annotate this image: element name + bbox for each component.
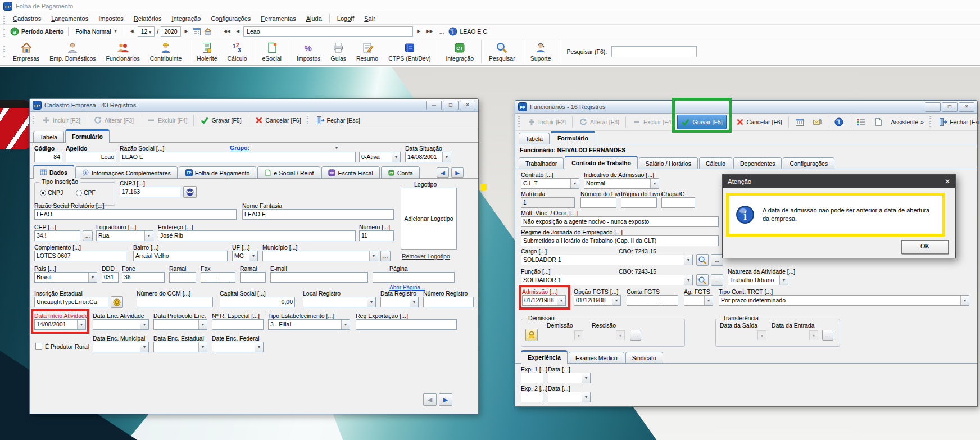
- toolbar-contribuinte-button[interactable]: Contribuinte: [145, 39, 187, 65]
- admissao-combo[interactable]: 01/12/1988: [522, 295, 566, 306]
- uf-combo[interactable]: MG: [232, 251, 258, 261]
- municipio-lookup-button[interactable]: ...: [380, 251, 391, 261]
- menu-item-relatorios[interactable]: Relatórios: [129, 13, 167, 24]
- data-reg-combo[interactable]: [380, 297, 419, 307]
- conta-fgts-field[interactable]: _________-_: [627, 295, 678, 306]
- toolbar-emp-domesticos-button[interactable]: Emp. Domésticos: [44, 39, 101, 65]
- email-field[interactable]: [270, 272, 368, 283]
- record-first-button[interactable]: ◀◀: [222, 28, 232, 35]
- experiencia-tab-experiencia[interactable]: Experiência: [521, 350, 568, 364]
- ramal1-field[interactable]: [169, 272, 196, 283]
- cnpj-lookup-button[interactable]: [183, 186, 197, 198]
- record-more-button[interactable]: ...: [437, 28, 447, 35]
- month-prev-button[interactable]: ◀: [129, 28, 135, 35]
- year-field[interactable]: 2020: [161, 26, 180, 37]
- fone-field[interactable]: 36: [122, 272, 165, 283]
- empresa-inner-tab-informacoes-complementares[interactable]: iInformações Complementares: [75, 166, 178, 179]
- toolbar-button-cancelar-f6-empresa[interactable]: Cancelar [F6]: [251, 113, 305, 128]
- main-toolbar-grip[interactable]: [3, 46, 5, 57]
- local-reg-combo[interactable]: [303, 297, 376, 307]
- data-protocolo-combo[interactable]: [153, 319, 207, 330]
- data-enc-atividade-combo[interactable]: [93, 319, 149, 330]
- ddd-field[interactable]: 031: [102, 272, 119, 283]
- empresa-grip[interactable]: [307, 115, 308, 126]
- fax-field[interactable]: ____-____: [201, 272, 235, 283]
- tipo-cont-trct-combo[interactable]: Por prazo indeterminado: [719, 295, 969, 306]
- menu-item-cadastros[interactable]: Cadastros: [8, 13, 46, 24]
- bairro-field[interactable]: Arraial Velho: [133, 251, 228, 261]
- toolbar-funcionarios-button[interactable]: Funcionários: [101, 39, 145, 65]
- grupo-arrow-icon[interactable]: ▾: [335, 146, 338, 151]
- exp1-field[interactable]: [521, 373, 543, 383]
- menubar-grip[interactable]: [3, 13, 5, 24]
- indicativo-admissao-combo[interactable]: Normal: [584, 178, 659, 189]
- toolbar-holerite-button[interactable]: Holerite: [192, 39, 222, 65]
- empresa-inner-tab-conta[interactable]: CTConta: [381, 166, 420, 179]
- municipio-combo[interactable]: [262, 251, 378, 261]
- menu-item-configuracoes[interactable]: Configurações: [206, 13, 256, 24]
- toolbar-guias-button[interactable]: Guias: [326, 39, 351, 65]
- logotipo-box[interactable]: Adicionar Logotipo: [401, 188, 457, 250]
- funcionarios-inner-tab-configuracoes[interactable]: Configurações: [783, 157, 834, 169]
- radio-cpf[interactable]: CPF: [76, 189, 96, 196]
- cargo-search-button[interactable]: [696, 254, 709, 266]
- menu-item-logoff[interactable]: Logoff: [332, 13, 359, 24]
- record-nav-field[interactable]: Leao: [243, 26, 413, 37]
- empresa-inner-tab-dados[interactable]: Dados: [33, 165, 74, 179]
- close-button[interactable]: ✕: [959, 102, 974, 112]
- pagina-field[interactable]: [373, 272, 455, 283]
- cep-lookup-button[interactable]: ...: [83, 230, 93, 241]
- fantasia-field[interactable]: LEAO E: [242, 209, 394, 220]
- menu-item-integracao[interactable]: Integração: [166, 13, 206, 24]
- codigo-field[interactable]: 84: [34, 152, 62, 162]
- menu-item-ajuda[interactable]: Ajuda: [301, 13, 327, 24]
- record-next-button[interactable]: ▶: [415, 28, 422, 35]
- funcionarios-titlebar[interactable]: FP Funcionários - 16 Registros — ▢ ✕: [515, 101, 977, 114]
- company-info-icon[interactable]: i: [448, 27, 457, 36]
- toolbar-button-list-colored-funcionarios[interactable]: [852, 115, 869, 129]
- menu-item-ferramentas[interactable]: Ferramentas: [256, 13, 301, 24]
- close-button[interactable]: ✕: [460, 101, 475, 110]
- month-combo[interactable]: 12 ▾: [138, 26, 155, 37]
- funcionarios-inner-tab-salario-horarios[interactable]: Salário / Horários: [639, 157, 698, 169]
- cargo-combo[interactable]: SOLDADOR 1: [521, 255, 693, 265]
- record-last-button[interactable]: ▶▶: [424, 28, 434, 35]
- record-next-page-button[interactable]: ▶: [439, 393, 452, 406]
- numero-field[interactable]: 11: [359, 230, 394, 241]
- funcao-combo[interactable]: SOLDADOR 1: [521, 275, 693, 285]
- produtor-rural-checkbox[interactable]: [35, 343, 42, 350]
- ie-field[interactable]: UncaughtTypeError:Ca: [34, 297, 108, 307]
- mult-vinc-field[interactable]: Não exposição a agente nocivo - nunca ex…: [521, 216, 719, 227]
- chapa-field[interactable]: [661, 197, 695, 208]
- maximize-button[interactable]: ▢: [942, 102, 958, 112]
- funcao-lookup-button[interactable]: ...: [711, 274, 723, 286]
- toolbar-button-info-funcionarios[interactable]: i: [831, 115, 847, 129]
- ie-stamp-button[interactable]: [111, 296, 123, 308]
- toolbar-button-fechar-esc-empresa[interactable]: Fechar [Esc]: [312, 113, 364, 128]
- toolbar-button-gravar-f5-empresa[interactable]: Gravar [F5]: [196, 113, 245, 128]
- funcionarios-inner-tab-contrato-de-trabalho[interactable]: Contrato de Trabalho: [565, 156, 638, 169]
- toolbar-button-calendar-funcionarios[interactable]: [791, 115, 808, 129]
- funcionarios-toolbar-grip[interactable]: [518, 116, 520, 128]
- funcionarios-tab-formulario[interactable]: Formulário: [551, 131, 595, 144]
- toolbar-esocial-button[interactable]: eSocial: [257, 39, 287, 65]
- natureza-atividade-combo[interactable]: Trabalho Urbano: [728, 275, 788, 285]
- cep-field[interactable]: 34.!: [34, 230, 80, 241]
- tipo-estabelecimento-combo[interactable]: 3 - Filial: [268, 319, 350, 330]
- radio-cnpj[interactable]: CNPJ: [40, 189, 63, 196]
- tabs-scroll-left-button[interactable]: ◀: [437, 167, 449, 178]
- toolbar-ctps-ent-dev-button[interactable]: CTPS (Ent/Dev): [383, 39, 435, 65]
- empresa-inner-tab-e-social-reinf[interactable]: e-Social / Reinf: [257, 166, 320, 179]
- tabs-scroll-right-button[interactable]: ▶: [451, 167, 464, 178]
- global-search-input[interactable]: [611, 46, 697, 57]
- month-next-button[interactable]: ▶: [183, 28, 190, 35]
- funcao-search-button[interactable]: [696, 274, 709, 286]
- toolbar-button-assist-page-funcionarios[interactable]: [870, 115, 887, 129]
- record-prev-page-button[interactable]: ◀: [423, 393, 437, 406]
- capital-field[interactable]: 0,00: [220, 297, 295, 307]
- reg-exportacao-field[interactable]: [356, 319, 457, 330]
- funcionarios-inner-tab-trabalhador[interactable]: Trabalhador: [519, 157, 564, 169]
- data1-combo[interactable]: [548, 373, 591, 383]
- toolbar-button-assistente-funcionarios[interactable]: Assistente»: [887, 116, 928, 128]
- data-enc-estadual-combo[interactable]: [153, 342, 207, 352]
